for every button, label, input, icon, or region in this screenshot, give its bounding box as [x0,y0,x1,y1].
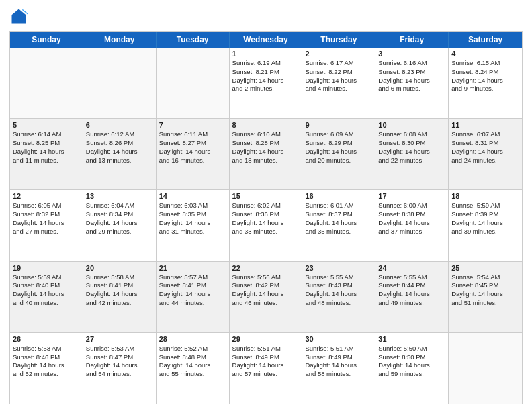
calendar-cell [10,48,83,118]
cell-line: and 46 minutes. [232,299,300,308]
cell-line: Daylight: 14 hours [451,290,519,299]
cell-line: Daylight: 14 hours [86,361,153,370]
calendar-cell: 21Sunrise: 5:57 AMSunset: 8:41 PMDayligh… [157,262,230,332]
cell-line: and 52 minutes. [13,370,80,379]
cell-line: Daylight: 14 hours [451,219,519,228]
cell-line: and 31 minutes. [159,228,226,236]
calendar-cell: 27Sunrise: 5:53 AMSunset: 8:47 PMDayligh… [83,333,157,404]
day-number: 5 [13,121,80,129]
calendar-cell: 12Sunrise: 6:05 AMSunset: 8:32 PMDayligh… [10,190,83,261]
day-number: 13 [86,192,153,200]
cell-line: Sunset: 8:35 PM [159,210,226,219]
cell-line: and 16 minutes. [159,156,226,165]
calendar-cell: 4Sunrise: 6:15 AMSunset: 8:24 PMDaylight… [449,48,522,118]
cell-line: Sunset: 8:45 PM [451,281,519,290]
calendar-cell: 17Sunrise: 6:00 AMSunset: 8:38 PMDayligh… [375,190,449,261]
cell-line: and 58 minutes. [305,370,372,379]
calendar-cell: 8Sunrise: 6:10 AMSunset: 8:28 PMDaylight… [230,119,303,189]
logo-icon [9,7,28,26]
day-number: 20 [86,264,153,272]
cell-line: Sunrise: 5:56 AM [232,273,300,282]
day-number: 19 [13,264,80,272]
cell-line: Sunset: 8:32 PM [13,210,80,219]
cell-line: Sunset: 8:31 PM [451,139,519,148]
day-number: 18 [451,192,519,200]
cell-line: Daylight: 14 hours [305,361,372,370]
cell-line: Sunset: 8:23 PM [378,68,445,77]
cell-line: Daylight: 14 hours [86,219,153,228]
day-number: 24 [378,264,445,272]
day-number: 9 [305,121,372,129]
calendar-cell: 6Sunrise: 6:12 AMSunset: 8:26 PMDaylight… [83,119,157,189]
calendar-cell [449,333,522,404]
cell-line: Sunset: 8:42 PM [232,281,300,290]
day-number: 2 [305,50,372,58]
logo [9,7,31,26]
cell-line: and 35 minutes. [305,228,372,236]
cell-line: Sunset: 8:29 PM [305,139,372,148]
cell-line: Daylight: 14 hours [159,290,226,299]
calendar-cell: 24Sunrise: 5:55 AMSunset: 8:44 PMDayligh… [375,262,449,332]
cell-line: Daylight: 14 hours [378,361,445,370]
cell-line: Sunset: 8:47 PM [86,353,153,362]
cell-line: Daylight: 14 hours [305,77,372,85]
calendar-cell: 14Sunrise: 6:03 AMSunset: 8:35 PMDayligh… [157,190,230,261]
calendar-header: SundayMondayTuesdayWednesdayThursdayFrid… [10,32,522,48]
cell-line: and 27 minutes. [13,228,80,236]
calendar-header-cell: Monday [83,32,157,48]
cell-line: and 29 minutes. [86,228,153,236]
cell-line: Sunset: 8:38 PM [378,210,445,219]
cell-line: Sunrise: 5:58 AM [86,273,153,282]
calendar-body: 1Sunrise: 6:19 AMSunset: 8:21 PMDaylight… [10,48,522,404]
calendar-cell: 19Sunrise: 5:59 AMSunset: 8:40 PMDayligh… [10,262,83,332]
cell-line: and 51 minutes. [451,299,519,308]
calendar-cell: 7Sunrise: 6:11 AMSunset: 8:27 PMDaylight… [157,119,230,189]
cell-line: Sunrise: 6:17 AM [305,59,372,68]
cell-line: and 13 minutes. [86,156,153,165]
cell-line: Daylight: 14 hours [232,290,300,299]
calendar-cell: 1Sunrise: 6:19 AMSunset: 8:21 PMDaylight… [230,48,303,118]
cell-line: Sunrise: 6:14 AM [13,130,80,139]
day-number: 28 [159,335,226,343]
calendar-header-cell: Sunday [10,32,83,48]
cell-line: Daylight: 14 hours [232,219,300,228]
cell-line: Daylight: 14 hours [13,361,80,370]
cell-line: and 54 minutes. [86,370,153,379]
calendar-row: 5Sunrise: 6:14 AMSunset: 8:25 PMDaylight… [10,119,522,190]
calendar-header-cell: Thursday [302,32,375,48]
cell-line: Sunset: 8:49 PM [305,353,372,362]
cell-line: and 22 minutes. [378,156,445,165]
cell-line: Sunset: 8:30 PM [378,139,445,148]
cell-line: Sunset: 8:43 PM [305,281,372,290]
day-number: 8 [232,121,300,129]
day-number: 16 [305,192,372,200]
calendar-cell: 10Sunrise: 6:08 AMSunset: 8:30 PMDayligh… [375,119,449,189]
calendar: SundayMondayTuesdayWednesdayThursdayFrid… [9,31,523,404]
cell-line: Daylight: 14 hours [232,148,300,156]
calendar-row: 19Sunrise: 5:59 AMSunset: 8:40 PMDayligh… [10,262,522,333]
cell-line: Sunset: 8:21 PM [232,68,300,77]
cell-line: Daylight: 14 hours [13,290,80,299]
day-number: 10 [378,121,445,129]
calendar-cell: 2Sunrise: 6:17 AMSunset: 8:22 PMDaylight… [302,48,375,118]
cell-line: Sunrise: 6:08 AM [378,130,445,139]
cell-line: and 4 minutes. [305,85,372,93]
cell-line: Daylight: 14 hours [86,148,153,156]
cell-line: Daylight: 14 hours [86,290,153,299]
cell-line: and 49 minutes. [378,299,445,308]
day-number: 12 [13,192,80,200]
cell-line: Sunrise: 6:00 AM [378,201,445,210]
cell-line: Sunrise: 5:59 AM [13,273,80,282]
cell-line: Daylight: 14 hours [159,148,226,156]
calendar-cell: 30Sunrise: 5:51 AMSunset: 8:49 PMDayligh… [302,333,375,404]
calendar-cell [83,48,157,118]
cell-line: Daylight: 14 hours [232,77,300,85]
cell-line: and 2 minutes. [232,85,300,93]
day-number: 22 [232,264,300,272]
calendar-cell: 29Sunrise: 5:51 AMSunset: 8:49 PMDayligh… [230,333,303,404]
cell-line: Sunset: 8:22 PM [305,68,372,77]
cell-line: Sunrise: 5:52 AM [159,345,226,353]
cell-line: Sunrise: 6:15 AM [451,59,519,68]
calendar-cell: 26Sunrise: 5:53 AMSunset: 8:46 PMDayligh… [10,333,83,404]
cell-line: Sunset: 8:48 PM [159,353,226,362]
